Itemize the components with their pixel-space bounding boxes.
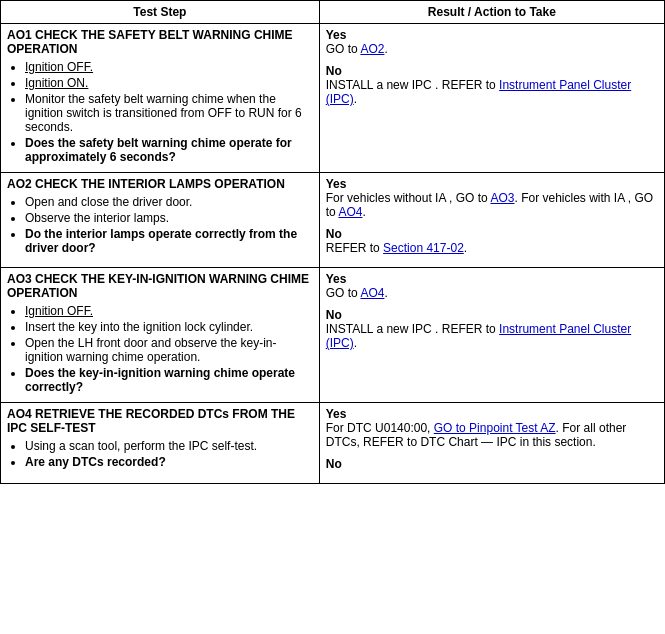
step-item-ao1-1: Ignition ON.: [25, 76, 313, 90]
step-item-ao3-2: Open the LH front door and observe the k…: [25, 336, 313, 364]
step-cell-ao2: AO2 CHECK THE INTERIOR LAMPS OPERATIONOp…: [1, 173, 320, 268]
step-item-ao3-1: Insert the key into the ignition lock cy…: [25, 320, 313, 334]
step-item-ao3-3: Does the key-in-ignition warning chime o…: [25, 366, 313, 394]
header-test-step: Test Step: [1, 1, 320, 24]
step-title-ao2: AO2 CHECK THE INTERIOR LAMPS OPERATION: [7, 177, 313, 191]
result-text-ao2-1: REFER to Section 417-02.: [326, 241, 658, 255]
result-link-ao3-1[interactable]: Instrument Panel Cluster (IPC): [326, 322, 631, 350]
result-link-ao1-0[interactable]: AO2: [360, 42, 384, 56]
result-block-ao1-1: NoINSTALL a new IPC . REFER to Instrumen…: [326, 64, 658, 106]
result-block-ao3-0: YesGO to AO4.: [326, 272, 658, 300]
result-block-ao2-0: YesFor vehicles without IA , GO to AO3. …: [326, 177, 658, 219]
step-title-ao4: AO4 RETRIEVE THE RECORDED DTCs FROM THE …: [7, 407, 313, 435]
result-text-ao3-0: GO to AO4.: [326, 286, 658, 300]
step-item-ao2-2: Do the interior lamps operate correctly …: [25, 227, 313, 255]
result-label-ao2-0: Yes: [326, 177, 658, 191]
result-text-ao2-0: For vehicles without IA , GO to AO3. For…: [326, 191, 658, 219]
header-result: Result / Action to Take: [319, 1, 664, 24]
step-item-ao3-0: Ignition OFF.: [25, 304, 313, 318]
result-block-ao4-0: YesFor DTC U0140:00, GO to Pinpoint Test…: [326, 407, 658, 449]
step-item-ao1-0: Ignition OFF.: [25, 60, 313, 74]
result-link2-ao2-0[interactable]: AO4: [338, 205, 362, 219]
result-cell-ao3: YesGO to AO4.NoINSTALL a new IPC . REFER…: [319, 268, 664, 403]
step-item-ao2-1: Observe the interior lamps.: [25, 211, 313, 225]
result-label-ao1-1: No: [326, 64, 658, 78]
result-link-ao2-0[interactable]: AO3: [490, 191, 514, 205]
result-label-ao1-0: Yes: [326, 28, 658, 42]
step-item-ao1-2: Monitor the safety belt warning chime wh…: [25, 92, 313, 134]
result-link-ao1-1[interactable]: Instrument Panel Cluster (IPC): [326, 78, 631, 106]
result-block-ao2-1: NoREFER to Section 417-02.: [326, 227, 658, 255]
result-text-ao3-1: INSTALL a new IPC . REFER to Instrument …: [326, 322, 658, 350]
result-cell-ao2: YesFor vehicles without IA , GO to AO3. …: [319, 173, 664, 268]
step-item-ao1-3: Does the safety belt warning chime opera…: [25, 136, 313, 164]
result-link-ao2-1[interactable]: Section 417-02: [383, 241, 464, 255]
result-cell-ao1: YesGO to AO2.NoINSTALL a new IPC . REFER…: [319, 24, 664, 173]
result-label-ao2-1: No: [326, 227, 658, 241]
step-item-ao4-1: Are any DTCs recorded?: [25, 455, 313, 469]
result-label-ao4-0: Yes: [326, 407, 658, 421]
step-item-ao2-0: Open and close the driver door.: [25, 195, 313, 209]
result-text-ao1-1: INSTALL a new IPC . REFER to Instrument …: [326, 78, 658, 106]
result-link-ao3-0[interactable]: AO4: [360, 286, 384, 300]
result-block-ao1-0: YesGO to AO2.: [326, 28, 658, 56]
result-text-ao1-0: GO to AO2.: [326, 42, 658, 56]
result-label-ao4-1: No: [326, 457, 658, 471]
step-cell-ao1: AO1 CHECK THE SAFETY BELT WARNING CHIME …: [1, 24, 320, 173]
step-cell-ao4: AO4 RETRIEVE THE RECORDED DTCs FROM THE …: [1, 403, 320, 484]
result-text-ao4-0: For DTC U0140:00, GO to Pinpoint Test AZ…: [326, 421, 658, 449]
result-link-ao4-0[interactable]: GO to Pinpoint Test AZ: [434, 421, 556, 435]
step-title-ao3: AO3 CHECK THE KEY-IN-IGNITION WARNING CH…: [7, 272, 313, 300]
result-block-ao4-1: No: [326, 457, 658, 471]
result-cell-ao4: YesFor DTC U0140:00, GO to Pinpoint Test…: [319, 403, 664, 484]
step-cell-ao3: AO3 CHECK THE KEY-IN-IGNITION WARNING CH…: [1, 268, 320, 403]
result-label-ao3-0: Yes: [326, 272, 658, 286]
result-block-ao3-1: NoINSTALL a new IPC . REFER to Instrumen…: [326, 308, 658, 350]
step-item-ao4-0: Using a scan tool, perform the IPC self-…: [25, 439, 313, 453]
result-label-ao3-1: No: [326, 308, 658, 322]
step-title-ao1: AO1 CHECK THE SAFETY BELT WARNING CHIME …: [7, 28, 313, 56]
